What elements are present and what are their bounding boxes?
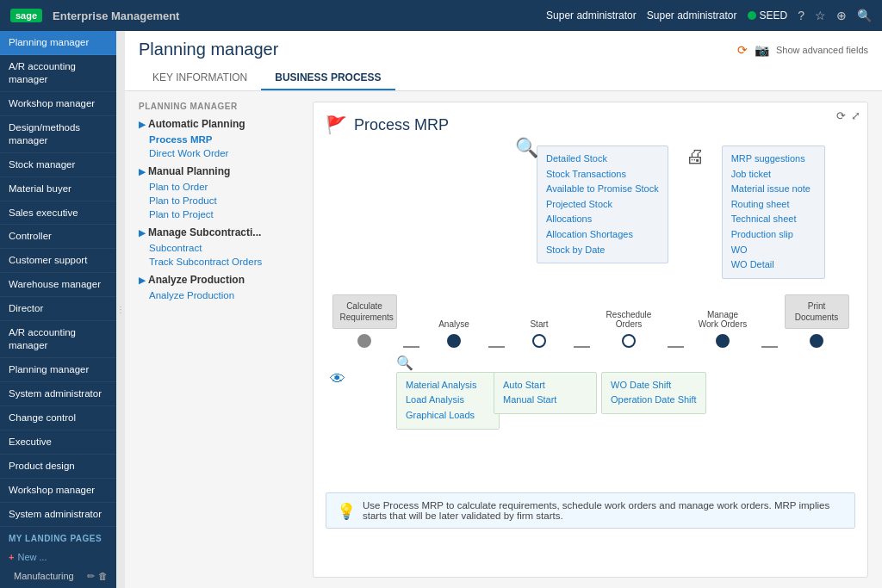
tab-business-process[interactable]: BUSINESS PROCESS — [261, 66, 394, 90]
link-stock-by-date[interactable]: Stock by Date — [546, 243, 659, 258]
magnifier-below-icon[interactable]: 🔍 — [396, 355, 413, 371]
flag-icon: 🚩 — [326, 115, 347, 135]
refresh-icon[interactable]: ⟳ — [737, 43, 748, 57]
flow-line-3 — [574, 346, 590, 348]
sidebar-item-planning-manager[interactable]: Planning manager — [0, 31, 116, 55]
stage-reschedule: RescheduleOrders — [590, 310, 668, 348]
tree-link-plan-project[interactable]: Plan to Project — [139, 207, 302, 221]
landing-manufacturing[interactable]: Manufacturing ✏ 🗑 — [0, 567, 116, 585]
eye-icon[interactable]: 👁 — [330, 370, 345, 388]
tree-group-subcontract-label: Manage Subcontracti... — [148, 226, 261, 238]
seed-indicator: SEED — [748, 9, 788, 22]
printer-icon[interactable]: 🖨 — [686, 145, 705, 168]
sidebar-item-stock[interactable]: Stock manager — [0, 153, 116, 177]
tree-link-track-subcontract[interactable]: Track Subcontract Orders — [139, 255, 302, 269]
dot-analyse — [447, 334, 461, 348]
help-icon[interactable]: ? — [798, 9, 804, 22]
diagram-controls: ⟳ ⤢ — [836, 109, 860, 122]
sidebar-item-sysadmin[interactable]: System administrator — [0, 382, 116, 406]
app-name: Enterprise Management — [53, 9, 179, 22]
link-manual-start[interactable]: Manual Start — [503, 393, 587, 408]
link-allocations[interactable]: Allocations — [546, 212, 659, 227]
tree-section-label: PLANNING MANAGER — [139, 102, 302, 111]
user2-label: Super administrator — [647, 9, 737, 22]
link-load-analysis[interactable]: Load Analysis — [406, 393, 490, 408]
stage-print: PrintDocuments — [778, 294, 855, 348]
flow-line-1 — [403, 346, 419, 348]
link-projected-stock[interactable]: Projected Stock — [546, 197, 659, 213]
search-detail-icon[interactable]: 🔍 — [515, 137, 538, 159]
sidebar-item-material[interactable]: Material buyer — [0, 177, 116, 201]
sidebar-item-controller[interactable]: Controller — [0, 225, 116, 249]
flow-details-row: 👁 🔍 Material Analysis Load Analysis Grap… — [326, 355, 855, 441]
sidebar-item-workshop[interactable]: Workshop manager — [0, 92, 116, 116]
link-allocation-shortages[interactable]: Allocation Shortages — [546, 227, 659, 243]
stage-print-label: PrintDocuments — [785, 294, 849, 329]
edit-icon[interactable]: ✏ — [87, 571, 95, 582]
tree-group-automatic: ▶ Automatic Planning — [139, 118, 302, 130]
link-wo[interactable]: WO — [731, 243, 816, 258]
sidebar-item-workshop2[interactable]: Workshop manager — [0, 479, 116, 503]
tree-arrow-icon: ▶ — [139, 120, 146, 129]
link-operation-date-shift[interactable]: Operation Date Shift — [611, 393, 697, 408]
sidebar-item-change[interactable]: Change control — [0, 406, 116, 430]
tree-arrow-icon4: ▶ — [139, 275, 146, 285]
sidebar-item-ar2[interactable]: A/R accounting manager — [0, 321, 116, 358]
link-wo-detail[interactable]: WO Detail — [731, 257, 816, 273]
search-icon[interactable]: 🔍 — [857, 9, 872, 22]
tree-link-process-mrp[interactable]: Process MRP — [139, 133, 302, 146]
landing-section-label: MY LANDING PAGES — [0, 527, 116, 547]
tree-link-plan-product[interactable]: Plan to Product — [139, 194, 302, 207]
dot-print — [810, 334, 823, 348]
link-graphical-loads[interactable]: Graphical Loads — [406, 408, 490, 424]
tree-arrow-icon3: ▶ — [139, 228, 146, 238]
link-routing-sheet[interactable]: Routing sheet — [731, 197, 816, 213]
delete-icon[interactable]: 🗑 — [98, 571, 108, 582]
bulb-icon: 💡 — [337, 502, 356, 521]
sidebar-item-customer[interactable]: Customer support — [0, 249, 116, 273]
star-icon[interactable]: ☆ — [815, 9, 826, 22]
link-available-to-promise[interactable]: Available to Promise Stock — [546, 182, 659, 197]
show-advanced-link[interactable]: Show advanced fields — [776, 45, 868, 55]
sage-logo: sage — [10, 9, 42, 22]
info-box-stock: Detailed Stock Stock Transactions Availa… — [537, 145, 668, 263]
sidebar-item-product[interactable]: Product design — [0, 455, 116, 479]
link-stock-transactions[interactable]: Stock Transactions — [546, 167, 659, 183]
link-mrp-suggestions[interactable]: MRP suggestions — [731, 152, 816, 167]
sidebar-item-sales[interactable]: Sales executive — [0, 201, 116, 226]
tree-group-automatic-label: Automatic Planning — [148, 118, 245, 130]
analyse-detail-box: Material Analysis Load Analysis Graphica… — [396, 372, 500, 430]
tree-link-plan-order[interactable]: Plan to Order — [139, 180, 302, 194]
sidebar-item-executive[interactable]: Executive — [0, 430, 116, 455]
dot-start — [532, 334, 546, 348]
new-landing-button[interactable]: + New ... — [0, 547, 116, 567]
landing-sage-ei[interactable]: Sage Enterprise Intelligence ✏ 🗑 — [0, 585, 116, 588]
fullscreen-icon[interactable]: ⤢ — [851, 109, 860, 122]
sidebar-item-design[interactable]: Design/methods manager — [0, 116, 116, 153]
camera-icon[interactable]: 📷 — [755, 43, 769, 57]
sidebar-item-sysadmin2[interactable]: System administrator — [0, 503, 116, 527]
refresh-diagram-icon[interactable]: ⟳ — [836, 109, 846, 122]
link-auto-start[interactable]: Auto Start — [503, 378, 587, 393]
tab-key-information[interactable]: KEY INFORMATION — [139, 66, 261, 90]
link-wo-date-shift[interactable]: WO Date Shift — [611, 378, 697, 393]
tree-link-analyze[interactable]: Analyze Production — [139, 288, 302, 302]
link-production-slip[interactable]: Production slip — [731, 227, 816, 243]
sidebar-item-director[interactable]: Director — [0, 297, 116, 321]
link-job-ticket[interactable]: Job ticket — [731, 167, 816, 183]
nav-icon[interactable]: ⊕ — [836, 9, 847, 22]
link-detailed-stock[interactable]: Detailed Stock — [546, 152, 659, 167]
info-box-docs: MRP suggestions Job ticket Material issu… — [722, 145, 825, 279]
link-material-analysis[interactable]: Material Analysis — [406, 378, 490, 393]
resize-handle[interactable]: ⋮ — [116, 31, 125, 588]
header-actions: ⟳ 📷 Show advanced fields — [737, 43, 868, 57]
sidebar-item-planning2[interactable]: Planning manager — [0, 358, 116, 382]
sidebar-item-ar-accounting[interactable]: A/R accounting manager — [0, 55, 116, 92]
start-detail-box: Auto Start Manual Start — [494, 372, 597, 414]
tree-link-direct-wo[interactable]: Direct Work Order — [139, 146, 302, 160]
tree-link-subcontract[interactable]: Subcontract — [139, 241, 302, 255]
link-technical-sheet[interactable]: Technical sheet — [731, 212, 816, 227]
page-title-row: Planning manager ⟳ 📷 Show advanced field… — [139, 40, 868, 59]
sidebar-item-warehouse[interactable]: Warehouse manager — [0, 273, 116, 297]
link-material-issue[interactable]: Material issue note — [731, 182, 816, 197]
